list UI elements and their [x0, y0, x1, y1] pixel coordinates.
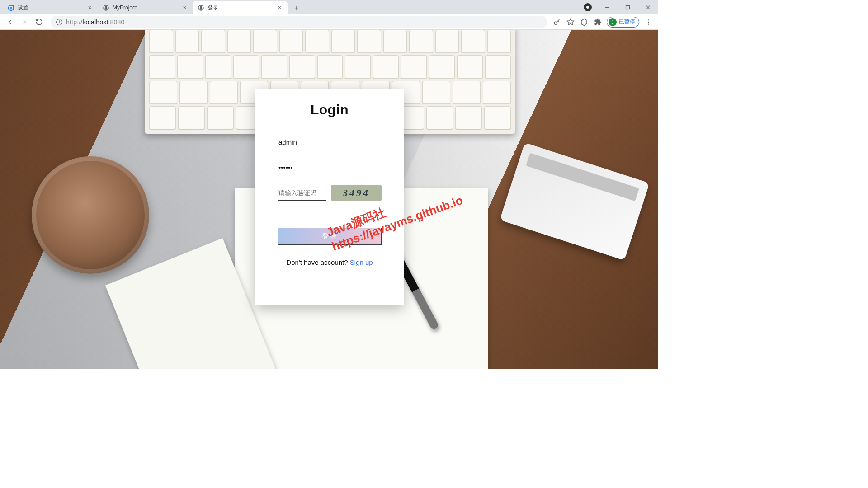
address-bar[interactable]: i http://localhost:8080: [51, 16, 547, 28]
bg-coffee: [32, 156, 149, 274]
bookmark-star-icon[interactable]: [566, 18, 575, 27]
tab-login[interactable]: 登录 ×: [193, 1, 288, 14]
no-account-text: Don't have account?: [286, 258, 349, 266]
minimize-button[interactable]: [597, 0, 618, 14]
svg-point-0: [10, 7, 12, 9]
extensions-puzzle-icon[interactable]: [593, 18, 602, 27]
close-icon[interactable]: ×: [181, 5, 188, 11]
close-icon[interactable]: ×: [86, 5, 93, 11]
gear-icon: [7, 4, 14, 11]
tab-label: 登录: [208, 4, 273, 12]
browser-toolbar: i http://localhost:8080 J 已暂停: [0, 14, 658, 30]
login-card: Login 3494 登录 Don't have account? Sign u…: [255, 89, 404, 305]
svg-point-4: [554, 22, 557, 24]
avatar: J: [609, 18, 617, 26]
maximize-button[interactable]: [618, 0, 638, 14]
url-text: http://localhost:8080: [66, 19, 125, 26]
back-button[interactable]: [4, 16, 16, 28]
new-tab-button[interactable]: +: [290, 2, 303, 14]
signup-link[interactable]: Sign up: [350, 258, 373, 266]
kebab-menu-icon[interactable]: [644, 18, 653, 27]
signup-line: Don't have account? Sign up: [271, 258, 388, 266]
profile-indicator-icon[interactable]: [584, 3, 592, 11]
profile-pill-label: 已暂停: [619, 18, 635, 26]
login-button[interactable]: 登录: [278, 228, 382, 245]
globe-icon: [197, 4, 204, 11]
password-key-icon[interactable]: [552, 18, 561, 27]
tab-myproject[interactable]: MyProject ×: [98, 1, 193, 14]
profile-pill[interactable]: J 已暂停: [607, 17, 639, 28]
svg-point-6: [648, 21, 649, 22]
window-controls: [584, 0, 658, 14]
site-info-icon[interactable]: i: [56, 19, 62, 25]
password-input[interactable]: [278, 160, 382, 175]
tab-label: 设置: [18, 4, 83, 12]
login-title: Login: [271, 102, 388, 117]
page-viewport: Login 3494 登录 Don't have account? Sign u…: [0, 30, 658, 369]
forward-button[interactable]: [18, 16, 31, 28]
svg-rect-3: [626, 5, 630, 9]
svg-point-7: [648, 23, 649, 24]
close-icon[interactable]: ×: [276, 5, 283, 11]
reload-button[interactable]: [33, 16, 45, 28]
captcha-image[interactable]: 3494: [331, 185, 382, 201]
captcha-input[interactable]: [278, 186, 326, 201]
username-input[interactable]: [278, 135, 382, 150]
svg-point-5: [648, 19, 649, 20]
tab-label: MyProject: [113, 5, 178, 11]
tab-strip: 设置 × MyProject × 登录 × +: [0, 0, 658, 14]
close-window-button[interactable]: [638, 0, 658, 14]
toolbar-actions: J 已暂停: [552, 17, 655, 28]
globe-icon: [102, 4, 109, 11]
tab-settings[interactable]: 设置 ×: [3, 1, 98, 14]
extension-hexagon-icon[interactable]: [580, 18, 589, 27]
